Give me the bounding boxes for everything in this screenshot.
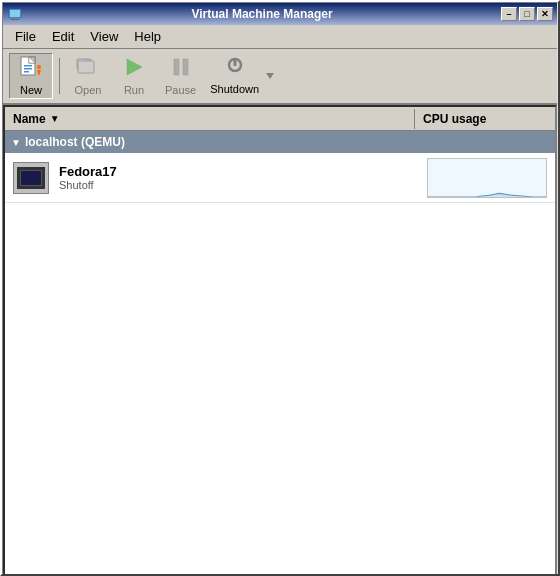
vm-cpu-graph-fedora17 xyxy=(427,158,547,198)
open-button[interactable]: Open xyxy=(66,53,110,99)
vm-status-fedora17: Shutoff xyxy=(59,179,419,191)
svg-rect-8 xyxy=(24,68,32,70)
shutdown-label: Shutdown xyxy=(210,83,259,95)
menu-help[interactable]: Help xyxy=(126,27,169,46)
new-icon xyxy=(19,56,43,82)
title-bar: Virtual Machine Manager – □ ✕ xyxy=(3,3,557,25)
new-label: New xyxy=(20,84,42,96)
vm-icon-screen xyxy=(17,167,45,189)
svg-rect-16 xyxy=(174,59,179,75)
shutdown-button[interactable]: Shutdown xyxy=(205,53,263,99)
window-inner: Virtual Machine Manager – □ ✕ File Edit … xyxy=(2,2,558,574)
pause-button[interactable]: Pause xyxy=(158,53,203,99)
svg-rect-14 xyxy=(78,60,85,62)
group-header-localhost[interactable]: ▼ localhost (QEMU) xyxy=(5,131,555,153)
new-button[interactable]: New xyxy=(9,53,53,99)
vm-name-fedora17: Fedora17 xyxy=(59,164,419,179)
main-content: Name ▼ CPU usage ▼ localhost (QEMU) xyxy=(3,105,557,576)
vm-row-fedora17[interactable]: Fedora17 Shutoff xyxy=(5,153,555,203)
svg-marker-15 xyxy=(127,59,142,75)
group-label: localhost (QEMU) xyxy=(25,135,125,149)
title-text: Virtual Machine Manager xyxy=(23,7,501,21)
shutdown-icon xyxy=(223,57,247,81)
svg-marker-20 xyxy=(266,73,274,79)
menu-view[interactable]: View xyxy=(82,27,126,46)
run-button[interactable]: Run xyxy=(112,53,156,99)
window-outer: Virtual Machine Manager – □ ✕ File Edit … xyxy=(0,0,560,576)
menu-bar: File Edit View Help xyxy=(3,25,557,49)
svg-rect-13 xyxy=(78,61,94,73)
minimize-button[interactable]: – xyxy=(501,7,517,21)
maximize-button[interactable]: □ xyxy=(519,7,535,21)
toolbar: New Open xyxy=(3,49,557,105)
close-button[interactable]: ✕ xyxy=(537,7,553,21)
shutdown-button-group: Shutdown xyxy=(205,53,277,99)
vm-icon-fedora17 xyxy=(13,162,49,194)
group-toggle-icon[interactable]: ▼ xyxy=(11,137,21,148)
svg-rect-17 xyxy=(183,59,188,75)
svg-point-11 xyxy=(37,65,41,69)
name-column-header[interactable]: Name ▼ xyxy=(5,109,415,129)
open-icon xyxy=(76,56,100,82)
window-controls: – □ ✕ xyxy=(501,7,553,21)
menu-file[interactable]: File xyxy=(7,27,44,46)
svg-rect-1 xyxy=(10,10,20,17)
menu-edit[interactable]: Edit xyxy=(44,27,82,46)
svg-marker-10 xyxy=(37,70,41,76)
shutdown-dropdown-arrow[interactable] xyxy=(263,53,277,99)
app-icon xyxy=(7,6,23,22)
run-label: Run xyxy=(124,84,144,96)
cpu-column-header: CPU usage xyxy=(415,109,555,129)
sort-arrow-icon: ▼ xyxy=(50,113,60,124)
svg-rect-7 xyxy=(24,65,32,67)
svg-rect-19 xyxy=(233,58,236,66)
vm-list: ▼ localhost (QEMU) Fedora17 Shutoff xyxy=(5,131,555,576)
svg-rect-9 xyxy=(24,71,29,73)
open-label: Open xyxy=(75,84,102,96)
svg-rect-3 xyxy=(11,19,19,20)
run-icon xyxy=(122,56,146,82)
toolbar-sep-1 xyxy=(59,58,60,94)
pause-label: Pause xyxy=(165,84,196,96)
pause-icon xyxy=(169,56,193,82)
column-headers: Name ▼ CPU usage xyxy=(5,107,555,131)
vm-info-fedora17: Fedora17 Shutoff xyxy=(59,164,419,191)
